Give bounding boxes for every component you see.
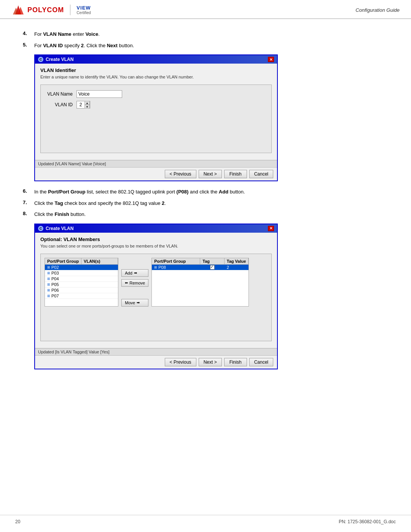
vlan-name-label: VLAN Name	[46, 91, 73, 97]
dialog-1-next-button[interactable]: Next >	[199, 170, 222, 178]
step-4-text: For VLAN Name enter Voice.	[34, 30, 100, 38]
vlan-id-row: VLAN ID 2 ▲ ▼	[46, 101, 266, 109]
vlan-id-value: 2	[77, 102, 84, 108]
dialog-1-title-text: Create VLAN	[46, 57, 73, 62]
left-port-list-header: Port/Port Group VLAN(s)	[45, 258, 118, 265]
port-cell-p07-vlan	[81, 293, 118, 299]
dialog-2-title-text: Create VLAN	[46, 226, 73, 231]
left-col1-header: Port/Port Group	[45, 258, 81, 264]
right-port-cell-p08-value: 2	[225, 265, 249, 270]
step-4: 4. For VLAN Name enter Voice.	[23, 30, 388, 38]
right-port-cell-p08-name: ⊞ P08	[152, 265, 200, 270]
page-footer: 20 PN: 1725-36082-001_G.doc	[0, 515, 411, 524]
step-5-bold3: Next	[107, 43, 118, 48]
vlan-id-label: VLAN ID	[46, 102, 73, 107]
dialog-create-vlan-1: C Create VLAN ✕ VLAN Identifier Enter a …	[34, 54, 278, 181]
dialog-2-footer: < Previous Next > Finish Cancel	[35, 355, 277, 369]
step-8-text: Click the Finish button.	[34, 211, 86, 218]
port-icon-p08: ⊞	[154, 265, 157, 269]
right-port-cell-p08-tag[interactable]	[200, 265, 225, 270]
left-port-list[interactable]: Port/Port Group VLAN(s) ⊞ P02	[45, 258, 118, 307]
logo-polycom-text: POLYCOM	[27, 6, 64, 14]
port-row-p02[interactable]: ⊞ P02	[45, 265, 118, 270]
doc-reference: PN: 1725-36082-001_G.doc	[339, 519, 396, 524]
port-row-p07[interactable]: ⊞ P07	[45, 293, 118, 299]
dialog-1-close-button[interactable]: ✕	[268, 57, 274, 62]
main-content: 4. For VLAN Name enter Voice. 5. For VLA…	[0, 19, 411, 388]
right-port-row-p08[interactable]: ⊞ P08 2	[152, 265, 249, 270]
step-5-number: 5.	[23, 42, 34, 48]
step-7-bold2: 2	[162, 200, 164, 206]
dialog-1-body: VLAN Identifier Enter a unique name to i…	[35, 64, 277, 160]
spinner-buttons[interactable]: ▲ ▼	[84, 101, 90, 109]
step-4-bold2: Voice	[85, 31, 98, 37]
dialog-1-section-title: VLAN Identifier	[40, 67, 272, 73]
port-icon-p03: ⊞	[47, 271, 50, 275]
step-4-bold1: VLAN Name	[43, 31, 71, 37]
port-icon-p02: ⊞	[47, 265, 50, 269]
port-cell-p03-vlan	[81, 270, 118, 276]
remove-button-label: Remove	[129, 281, 145, 285]
dialog-2-close-button[interactable]: ✕	[268, 226, 274, 231]
port-cell-p05-vlan	[81, 282, 118, 287]
port-icon-p07: ⊞	[47, 294, 50, 298]
port-row-p03[interactable]: ⊞ P03	[45, 270, 118, 276]
dialog-2-titlebar: C Create VLAN ✕	[35, 224, 277, 233]
dialog-2-title-left: C Create VLAN	[38, 226, 73, 231]
step-6-bold3: Add	[219, 189, 228, 195]
step-8: 8. Click the Finish button.	[23, 211, 388, 218]
dialog-1-section-desc: Enter a unique name to identify the VLAN…	[40, 75, 272, 79]
dialog-2-section-desc: You can select one or more ports/port-gr…	[40, 244, 272, 248]
dialog-2-cancel-button[interactable]: Cancel	[249, 358, 273, 366]
port-icon-p05: ⊞	[47, 283, 50, 286]
dialog-2-next-button[interactable]: Next >	[199, 358, 222, 366]
dialog-2-status-bar: Updated [Is VLAN Tagged] Value [Yes]	[35, 348, 277, 355]
dialog-2-finish-button[interactable]: Finish	[224, 358, 247, 366]
port-cell-p04-vlan	[81, 276, 118, 281]
port-row-p05[interactable]: ⊞ P05	[45, 282, 118, 288]
port-cell-p03-name: ⊞ P03	[45, 270, 81, 276]
vlan-name-input[interactable]	[76, 90, 122, 98]
step-6: 6. In the Port/Port Group list, select t…	[23, 188, 388, 196]
dialog-2-previous-button[interactable]: < Previous	[165, 358, 196, 366]
logo-view-area: VIEW Certified	[76, 5, 91, 15]
port-row-p06[interactable]: ⊞ P06	[45, 288, 118, 293]
step-8-number: 8.	[23, 211, 34, 216]
step-6-bold1: Port/Port Group	[48, 189, 85, 195]
dialog-1-finish-button[interactable]: Finish	[224, 170, 247, 178]
left-col2-header: VLAN(s)	[81, 258, 118, 264]
p08-tag-checkbox[interactable]	[210, 265, 215, 270]
remove-button[interactable]: ⬅ Remove	[121, 279, 148, 287]
logo-certified-text: Certified	[76, 11, 91, 15]
step-7-text: Click the Tag check box and specify the …	[34, 200, 166, 207]
port-cell-p07-name: ⊞ P07	[45, 293, 81, 299]
add-button[interactable]: Add ➡	[121, 269, 148, 277]
step-5-text: For VLAN ID specify 2. Click the Next bu…	[34, 42, 134, 50]
step-6-number: 6.	[23, 188, 34, 194]
add-button-label: Add	[125, 271, 132, 275]
dialog-1-cancel-button[interactable]: Cancel	[249, 170, 273, 178]
step-6-bold2: (P08)	[177, 189, 189, 195]
step-6-text: In the Port/Port Group list, select the …	[34, 188, 245, 196]
move-button-label: Move	[125, 300, 135, 305]
port-row-p04[interactable]: ⊞ P04	[45, 276, 118, 282]
spinner-up-button[interactable]: ▲	[84, 101, 90, 105]
right-port-list[interactable]: Port/Port Group Tag Tag Value ⊞ P08	[151, 258, 249, 307]
port-cell-p04-name: ⊞ P04	[45, 276, 81, 281]
add-arrow-icon: ➡	[134, 271, 137, 275]
dialog-1-status-bar: Updated [VLAN Name] Value [Voice]	[35, 160, 277, 167]
step-7-number: 7.	[23, 200, 34, 205]
port-cell-p06-name: ⊞ P06	[45, 288, 81, 293]
middle-buttons: Add ➡ ⬅ Remove Move ➡	[121, 258, 148, 307]
right-col1-header: Port/Port Group	[152, 258, 200, 264]
dialog-1-title-icon: C	[38, 57, 43, 62]
port-icon-p04: ⊞	[47, 277, 50, 281]
move-button[interactable]: Move ➡	[121, 299, 148, 307]
logo-view-text: VIEW	[76, 5, 91, 11]
port-icon-p06: ⊞	[47, 288, 50, 292]
remove-arrow-icon: ⬅	[125, 281, 128, 285]
vlan-id-spinner[interactable]: 2 ▲ ▼	[76, 101, 90, 109]
dialog-2-section-title: Optional: VLAN Members	[40, 236, 272, 242]
spinner-down-button[interactable]: ▼	[84, 105, 90, 109]
dialog-1-previous-button[interactable]: < Previous	[165, 170, 196, 178]
